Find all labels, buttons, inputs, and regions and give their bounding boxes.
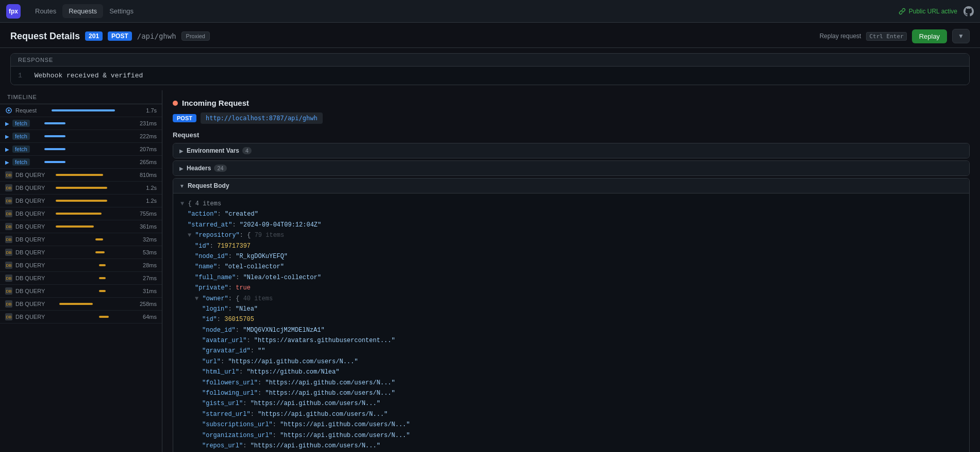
timeline-row-db-4[interactable]: DB DB QUERY 755ms — [0, 207, 162, 220]
db-label-7: DB QUERY — [15, 249, 46, 255]
nav-item-routes[interactable]: Routes — [29, 4, 62, 18]
db-icon-9: DB — [5, 275, 12, 282]
chevron-headers: ▶ — [179, 166, 184, 171]
status-badge: 201 — [85, 31, 103, 41]
timeline-row-request[interactable]: Request 1.7s — [0, 104, 162, 117]
db-icon-5: DB — [5, 223, 12, 230]
response-body: 1 Webhook received & verified — [11, 67, 969, 85]
public-url-status: Public URL active — [899, 8, 957, 15]
db-icon-2: DB — [5, 184, 12, 191]
timeline-row-fetch-1[interactable]: ▶ fetch 231ms — [0, 117, 162, 130]
db-label-11: DB QUERY — [15, 301, 46, 307]
db-icon-12: DB — [5, 313, 12, 320]
chevron-env: ▶ — [179, 148, 184, 154]
timeline-row-fetch-2[interactable]: ▶ fetch 222ms — [0, 130, 162, 143]
db-label-6: DB QUERY — [15, 236, 46, 243]
db-label-8: DB QUERY — [15, 262, 46, 268]
play-icon-1: ▶ — [5, 121, 9, 126]
github-icon[interactable] — [964, 6, 974, 17]
db-icon-6: DB — [5, 236, 12, 243]
headers-header[interactable]: ▶ Headers 24 — [173, 161, 969, 175]
headers-count-badge: 24 — [214, 165, 226, 172]
timeline-row-db-11[interactable]: DB DB QUERY 258ms — [0, 298, 162, 311]
db-label-4: DB QUERY — [15, 211, 46, 217]
request-body-content: ▼ { 4 items "action": "created" "starred… — [173, 193, 969, 452]
db-label-2: DB QUERY — [15, 185, 46, 191]
public-url-label: Public URL active — [909, 8, 957, 15]
play-icon-3: ▶ — [5, 147, 9, 152]
timeline-row-db-12[interactable]: DB DB QUERY 64ms — [0, 311, 162, 324]
db-label-1: DB QUERY — [15, 172, 46, 178]
env-vars-section: ▶ Environment Vars 4 — [173, 143, 970, 158]
env-vars-header[interactable]: ▶ Environment Vars 4 — [173, 143, 969, 158]
incoming-header: Incoming Request — [173, 99, 970, 107]
request-label: Request — [15, 107, 46, 114]
method-badge: POST — [108, 31, 132, 41]
post-badge: POST — [173, 114, 196, 122]
timeline-row-db-10[interactable]: DB DB QUERY 31ms — [0, 285, 162, 298]
svg-point-1 — [8, 109, 10, 111]
nav-item-requests[interactable]: Requests — [62, 4, 103, 18]
fetch-time-3: 207ms — [136, 146, 157, 152]
incoming-dot — [173, 101, 178, 106]
db-time-4: 755ms — [136, 211, 157, 217]
response-label: RESPONSE — [11, 54, 969, 67]
fetch-time-1: 231ms — [136, 120, 157, 126]
request-body-section: ▼ Request Body ▼ { 4 items "action": "cr… — [173, 178, 970, 452]
nav-item-settings[interactable]: Settings — [103, 4, 140, 18]
timeline-row-fetch-4[interactable]: ▶ fetch 265ms — [0, 156, 162, 169]
right-panel: Incoming Request POST http://localhost:8… — [162, 90, 980, 452]
timeline-row-db-8[interactable]: DB DB QUERY 28ms — [0, 259, 162, 272]
timeline-row-db-5[interactable]: DB DB QUERY 361ms — [0, 220, 162, 233]
db-label-10: DB QUERY — [15, 288, 46, 294]
db-icon-3: DB — [5, 197, 12, 204]
page-header: Request Details 201 POST /api/ghwh Proxi… — [0, 23, 980, 48]
db-time-2: 1.2s — [136, 185, 157, 191]
play-icon-2: ▶ — [5, 134, 9, 139]
fetch-label-3: fetch — [12, 146, 30, 153]
request-icon — [5, 107, 12, 114]
path-text: /api/ghwh — [137, 32, 176, 40]
db-icon-8: DB — [5, 262, 12, 269]
db-label-5: DB QUERY — [15, 223, 46, 230]
timeline-row-fetch-3[interactable]: ▶ fetch 207ms — [0, 143, 162, 156]
timeline-row-db-6[interactable]: DB DB QUERY 32ms — [0, 233, 162, 246]
db-icon-11: DB — [5, 300, 12, 308]
request-body-header[interactable]: ▼ Request Body — [173, 179, 969, 193]
url-text: http://localhost:8787/api/ghwh — [201, 112, 323, 124]
timeline-row-db-2[interactable]: DB DB QUERY 1.2s — [0, 182, 162, 195]
incoming-title: Incoming Request — [182, 99, 249, 107]
shortcut-kbd: Ctrl Enter — [866, 32, 906, 41]
fetch-label-1: fetch — [12, 120, 30, 127]
fetch-time-2: 222ms — [136, 133, 157, 139]
db-time-9: 27ms — [136, 275, 157, 281]
request-time: 1.7s — [136, 107, 157, 114]
logo[interactable]: fpx — [6, 4, 21, 19]
timeline-row-db-7[interactable]: DB DB QUERY 53ms — [0, 246, 162, 259]
response-section: RESPONSE 1 Webhook received & verified — [10, 53, 970, 85]
db-time-3: 1.2s — [136, 198, 157, 204]
request-section-label: Request — [173, 131, 970, 139]
db-time-5: 361ms — [136, 223, 157, 230]
timeline-row-db-3[interactable]: DB DB QUERY 1.2s — [0, 195, 162, 207]
timeline-header: TIMELINE — [0, 90, 162, 104]
timeline-row-db-9[interactable]: DB DB QUERY 27ms — [0, 272, 162, 285]
db-icon-10: DB — [5, 287, 12, 295]
fetch-label-4: fetch — [12, 158, 30, 166]
db-time-10: 31ms — [136, 288, 157, 294]
timeline-row-db-1[interactable]: DB DB QUERY 810ms — [0, 169, 162, 182]
response-line-text: Webhook received & verified — [35, 72, 143, 79]
db-icon-4: DB — [5, 210, 12, 217]
replay-request-label: Replay request — [820, 33, 861, 40]
expand-button[interactable]: ▼ — [952, 29, 970, 43]
db-time-6: 32ms — [136, 236, 157, 243]
fetch-label-2: fetch — [12, 133, 30, 140]
timeline-panel: TIMELINE Request 1.7s ▶ fetch 231ms ▶ fe… — [0, 90, 162, 452]
db-icon-7: DB — [5, 249, 12, 256]
page-title: Request Details — [10, 31, 80, 42]
db-label-9: DB QUERY — [15, 275, 46, 281]
response-line-num: 1 — [18, 72, 22, 79]
replay-button[interactable]: Replay — [912, 29, 947, 43]
proxied-badge: Proxied — [181, 31, 210, 41]
chevron-body: ▼ — [179, 183, 185, 189]
